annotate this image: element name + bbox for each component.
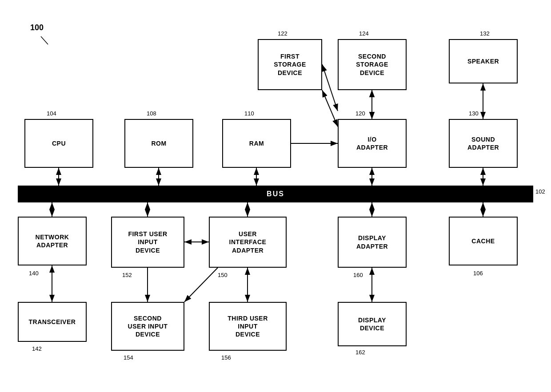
network-adapter-ref: 140 (29, 270, 39, 277)
speaker-box: SPEAKER (449, 39, 518, 83)
user-interface-adapter-box: USER INTERFACE ADAPTER (209, 217, 287, 268)
svg-line-26 (184, 268, 218, 302)
sound-adapter-box: SOUND ADAPTER (449, 119, 518, 168)
bus: BUS (18, 186, 533, 202)
first-storage-ref: 122 (278, 30, 287, 37)
display-device-box: DISPLAY DEVICE (338, 302, 407, 346)
second-storage-ref: 124 (359, 30, 369, 37)
transceiver-ref: 142 (32, 345, 42, 352)
svg-line-4 (41, 36, 48, 44)
network-adapter-box: NETWORK ADAPTER (18, 217, 87, 265)
display-adapter-ref: 160 (353, 272, 363, 278)
first-user-input-ref: 152 (122, 272, 132, 278)
cache-ref: 106 (473, 270, 483, 277)
bus-ref: 102 (535, 188, 545, 195)
cache-box: CACHE (449, 217, 518, 265)
io-adapter-box: I/O ADAPTER (338, 119, 407, 168)
user-interface-adapter-ref: 150 (218, 272, 228, 278)
display-device-ref: 162 (355, 349, 365, 356)
third-user-input-ref: 156 (221, 354, 231, 361)
second-storage-box: SECOND STORAGE DEVICE (338, 39, 407, 90)
rom-ref: 108 (147, 110, 156, 117)
svg-line-27 (322, 90, 338, 127)
second-user-input-ref: 154 (124, 354, 133, 361)
first-storage-box: FIRST STORAGE DEVICE (258, 39, 322, 90)
transceiver-box: TRANSCEIVER (18, 302, 87, 342)
cpu-ref: 104 (47, 110, 56, 117)
third-user-input-box: THIRD USER INPUT DEVICE (209, 302, 287, 351)
ram-box: RAM (222, 119, 291, 168)
first-user-input-box: FIRST USER INPUT DEVICE (111, 217, 184, 268)
rom-box: ROM (124, 119, 193, 168)
second-user-input-box: SECOND USER INPUT DEVICE (111, 302, 184, 351)
ram-ref: 110 (244, 110, 254, 117)
sound-adapter-ref: 130 (469, 110, 479, 117)
svg-line-12 (322, 64, 338, 111)
cpu-box: CPU (24, 119, 93, 168)
io-adapter-ref: 120 (355, 110, 365, 117)
diagram: 100 BUS 102 CPU 104 ROM 108 RAM 110 I/O … (0, 0, 551, 392)
display-adapter-box: DISPLAY ADAPTER (338, 217, 407, 268)
diagram-ref-label: 100 (30, 23, 44, 32)
speaker-ref: 132 (480, 30, 490, 37)
